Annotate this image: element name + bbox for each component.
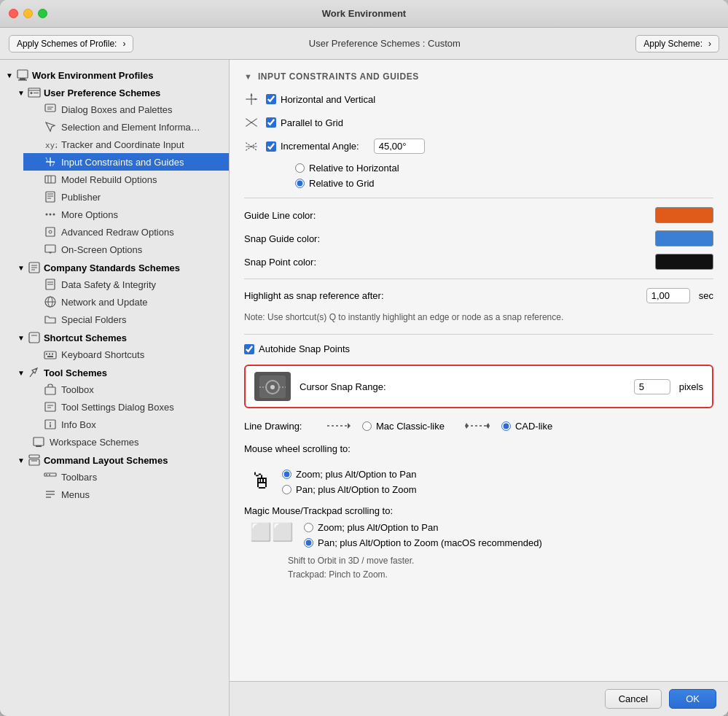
snap-point-color-swatch[interactable]: [655, 254, 713, 270]
selection-label: Selection and Element Informa…: [61, 122, 200, 133]
sidebar-item-keyboard[interactable]: Keyboard Shortcuts: [23, 346, 229, 363]
autohide-snap-checkbox[interactable]: [244, 344, 254, 354]
sidebar-item-info-box[interactable]: Info Box: [23, 416, 229, 433]
mouse-zoom-pan-radio[interactable]: [282, 470, 291, 479]
snap-guide-color-swatch[interactable]: [655, 230, 713, 246]
relative-horizontal-radio[interactable]: [295, 163, 305, 173]
cancel-button[interactable]: Cancel: [605, 689, 662, 709]
mm-pan-zoom-option[interactable]: Pan; plus Alt/Option to Zoom (macOS reco…: [304, 537, 542, 548]
incremental-angle-input[interactable]: [374, 139, 425, 154]
cad-like-line-icon: [465, 419, 490, 433]
apply-schemes-button[interactable]: Apply Schemes of Profile: ›: [9, 35, 133, 52]
input-constraints-label: Input Constraints and Guides: [61, 157, 184, 168]
sidebar-item-toolbars[interactable]: Toolbars: [23, 468, 229, 486]
apply-scheme-right-label: Apply Scheme:: [643, 39, 702, 49]
sidebar-item-selection[interactable]: Selection and Element Informa…: [23, 118, 229, 136]
command-layout-label: Command Layout Schemes: [44, 455, 168, 466]
incremental-angle-label[interactable]: Incremental Angle:: [266, 141, 359, 152]
sidebar-item-workspace[interactable]: Workspace Schemes: [12, 433, 229, 451]
chevron-down-icon-2: ▼: [17, 89, 25, 97]
svg-rect-0: [17, 70, 28, 78]
relative-options: Relative to Horizontal Relative to Grid: [295, 163, 713, 189]
content-area: ▼ INPUT CONSTRAINTS AND GUIDES: [230, 60, 728, 716]
mouse-pan-zoom-option[interactable]: Pan; plus Alt/Option to Zoom: [282, 484, 416, 495]
snap-ref-row: Highlight as snap reference after: sec: [244, 288, 713, 303]
sidebar-item-on-screen[interactable]: On-Screen Options: [23, 241, 229, 258]
keyboard-shortcuts-label: Keyboard Shortcuts: [61, 349, 144, 360]
parallel-grid-label[interactable]: Parallel to Grid: [266, 117, 343, 128]
sidebar-item-publisher[interactable]: Publisher: [23, 188, 229, 206]
hv-cross-icon: [244, 90, 259, 109]
mouse-zoom-pan-option[interactable]: Zoom; plus Alt/Option to Pan: [282, 469, 416, 480]
divider-1: [244, 198, 713, 198]
maximize-button[interactable]: [38, 9, 47, 18]
chevron-down-icon-6: ▼: [17, 456, 25, 464]
guide-line-color-swatch[interactable]: [655, 207, 713, 223]
cad-like-option[interactable]: CAD-like: [501, 421, 552, 432]
mm-pan-zoom-radio[interactable]: [304, 538, 313, 548]
chevron-right-icon: ›: [122, 39, 125, 49]
mm-zoom-pan-radio[interactable]: [304, 523, 313, 532]
horizontal-vertical-label[interactable]: Horizontal and Vertical: [266, 94, 375, 105]
sidebar-item-dialog-boxes[interactable]: Dialog Boxes and Palettes: [23, 101, 229, 118]
sidebar-item-special-folders[interactable]: Special Folders: [23, 311, 229, 328]
cursor-snap-input[interactable]: [634, 379, 670, 394]
ok-button[interactable]: OK: [669, 689, 716, 709]
on-screen-icon: [44, 243, 57, 256]
user-pref-icon: [28, 86, 41, 99]
special-folders-icon: [44, 313, 57, 326]
sidebar-item-shortcut-schemes[interactable]: ▼ Shortcut Schemes: [12, 328, 229, 346]
sidebar-item-command-layout[interactable]: ▼ Command Layout Schemes: [12, 451, 229, 468]
network-icon: [44, 295, 57, 308]
sidebar-item-network[interactable]: Network and Update: [23, 293, 229, 311]
snap-ref-input[interactable]: [646, 288, 690, 303]
workspace-label: Workspace Schemes: [50, 437, 139, 448]
sidebar-item-tool-settings[interactable]: Tool Settings Dialog Boxes: [23, 398, 229, 416]
sidebar-item-toolbox[interactable]: Toolbox: [23, 381, 229, 398]
relative-grid-label[interactable]: Relative to Grid: [295, 178, 713, 189]
chevron-down-icon-5: ▼: [17, 369, 25, 377]
close-button[interactable]: [9, 9, 18, 18]
mm-zoom-pan-option[interactable]: Zoom; plus Alt/Option to Pan: [304, 522, 542, 533]
sidebar-item-data-safety[interactable]: Data Safety & Integrity: [23, 276, 229, 293]
incremental-angle-checkbox[interactable]: [266, 141, 276, 152]
autohide-snap-label[interactable]: Autohide Snap Points: [244, 343, 350, 354]
apply-scheme-right-button[interactable]: Apply Scheme: ›: [635, 35, 719, 52]
tracker-icon: xyz: [44, 138, 57, 151]
sidebar-item-company-standards[interactable]: ▼ Company Standards Schemes: [12, 258, 229, 276]
selection-icon: [44, 120, 57, 133]
chevron-down-icon: ▼: [6, 71, 13, 79]
angle-icon: [244, 137, 259, 156]
advanced-redraw-icon: [44, 225, 57, 238]
sidebar-item-model-rebuild[interactable]: Model Rebuild Options: [23, 171, 229, 188]
cursor-magnet-icon: [258, 374, 287, 400]
info-box-label: Info Box: [61, 419, 96, 430]
cursor-snap-icon: [254, 372, 291, 401]
relative-grid-radio[interactable]: [295, 179, 305, 188]
sidebar-group-work-env[interactable]: ▼ Work Environment Profiles: [0, 66, 229, 83]
mouse-pan-zoom-radio[interactable]: [282, 485, 291, 494]
sidebar-item-tool-schemes[interactable]: ▼ Tool Schemes: [12, 363, 229, 381]
sidebar-item-user-pref[interactable]: ▼ User Preference Schemes: [12, 83, 229, 101]
cad-like-radio[interactable]: [501, 421, 511, 431]
parallel-grid-checkbox[interactable]: [266, 117, 276, 128]
svg-rect-13: [45, 176, 55, 183]
guide-line-color-label: Guide Line color:: [244, 210, 655, 221]
menus-icon: [44, 488, 57, 501]
minimize-button[interactable]: [23, 9, 33, 18]
sidebar-item-advanced-redraw[interactable]: Advanced Redraw Options: [23, 223, 229, 241]
horizontal-vertical-checkbox[interactable]: [266, 94, 276, 104]
sidebar-item-tracker[interactable]: xyz Tracker and Coordinate Input: [23, 136, 229, 153]
sidebar-item-menus[interactable]: Menus: [23, 486, 229, 503]
sidebar-item-more-options[interactable]: More Options: [23, 206, 229, 223]
model-rebuild-label: Model Rebuild Options: [61, 174, 157, 185]
svg-rect-40: [44, 351, 56, 359]
tracker-label: Tracker and Coordinate Input: [61, 139, 184, 150]
sidebar-item-input-constraints[interactable]: Input Constraints and Guides: [23, 153, 229, 171]
svg-text:xyz: xyz: [45, 141, 57, 150]
model-rebuild-icon: [44, 173, 57, 186]
mac-classic-radio[interactable]: [362, 421, 372, 431]
mac-classic-option[interactable]: Mac Classic-like: [362, 421, 445, 432]
svg-marker-65: [250, 93, 252, 96]
relative-horizontal-label[interactable]: Relative to Horizontal: [295, 163, 713, 174]
